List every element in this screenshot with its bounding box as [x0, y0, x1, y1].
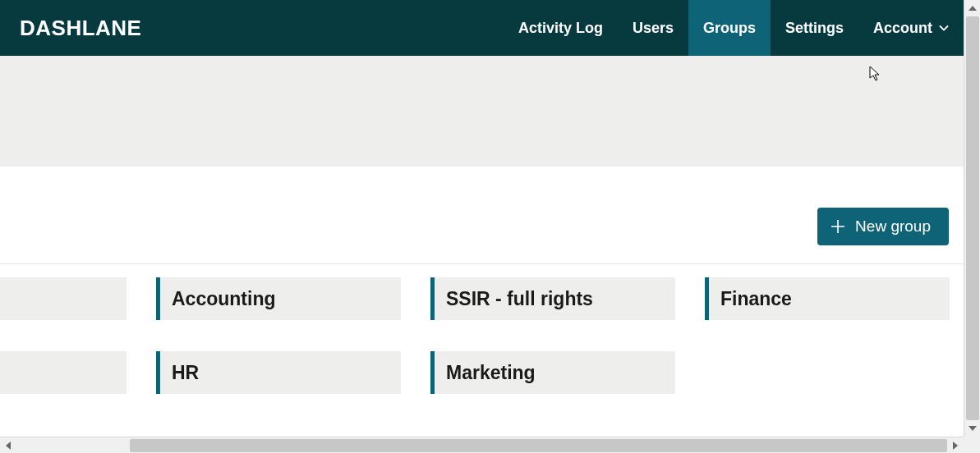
- vertical-scroll-thumb[interactable]: [966, 16, 979, 420]
- nav-account[interactable]: Account: [858, 0, 964, 56]
- horizontal-scroll-thumb[interactable]: [130, 439, 947, 452]
- nav-users[interactable]: Users: [618, 0, 688, 56]
- vertical-scrollbar[interactable]: [964, 0, 980, 437]
- horizontal-scrollbar[interactable]: [0, 437, 964, 453]
- content-area: New group Accounting SSIR - full rights: [0, 167, 964, 394]
- nav-label: Activity Log: [518, 20, 603, 37]
- group-card[interactable]: [0, 351, 127, 394]
- nav-label: Users: [633, 20, 674, 37]
- nav-settings[interactable]: Settings: [771, 0, 858, 56]
- group-name: HR: [172, 362, 199, 384]
- group-name: Marketing: [446, 362, 536, 384]
- main-nav: Activity Log Users Groups Settings Accou…: [504, 0, 964, 56]
- group-card-finance[interactable]: Finance: [705, 277, 950, 320]
- new-group-label: New group: [855, 217, 931, 236]
- action-row: New group: [0, 167, 964, 245]
- app-header: DASHLANE Activity Log Users Groups Setti…: [0, 0, 964, 56]
- groups-row: Accounting SSIR - full rights Finance: [0, 277, 964, 320]
- logo: DASHLANE: [20, 16, 141, 41]
- chevron-down-icon: [939, 25, 949, 31]
- groups-row: HR Marketing: [0, 351, 964, 394]
- group-card-accounting[interactable]: Accounting: [156, 277, 401, 320]
- groups-grid: Accounting SSIR - full rights Finance HR: [0, 264, 964, 394]
- scroll-up-arrow-icon[interactable]: [964, 0, 980, 16]
- scroll-right-arrow-icon[interactable]: [947, 437, 964, 453]
- group-card-marketing[interactable]: Marketing: [430, 351, 675, 394]
- scroll-down-arrow-icon[interactable]: [964, 420, 980, 437]
- group-card-ssir[interactable]: SSIR - full rights: [430, 277, 675, 320]
- group-card[interactable]: [0, 277, 127, 320]
- new-group-button[interactable]: New group: [817, 208, 949, 245]
- group-name: Finance: [720, 288, 792, 310]
- groups-area: Accounting SSIR - full rights Finance HR: [0, 263, 964, 394]
- plus-icon: [830, 219, 845, 234]
- group-card-hr[interactable]: HR: [156, 351, 401, 394]
- scroll-left-arrow-icon[interactable]: [0, 437, 16, 453]
- nav-label: Settings: [785, 20, 844, 37]
- nav-label: Account: [873, 20, 932, 37]
- nav-label: Groups: [703, 20, 756, 37]
- scroll-corner: [964, 437, 980, 453]
- group-name: SSIR - full rights: [446, 288, 593, 310]
- hero-banner: [0, 56, 964, 167]
- nav-activity-log[interactable]: Activity Log: [504, 0, 618, 56]
- nav-groups[interactable]: Groups: [688, 0, 771, 56]
- group-name: Accounting: [172, 288, 276, 310]
